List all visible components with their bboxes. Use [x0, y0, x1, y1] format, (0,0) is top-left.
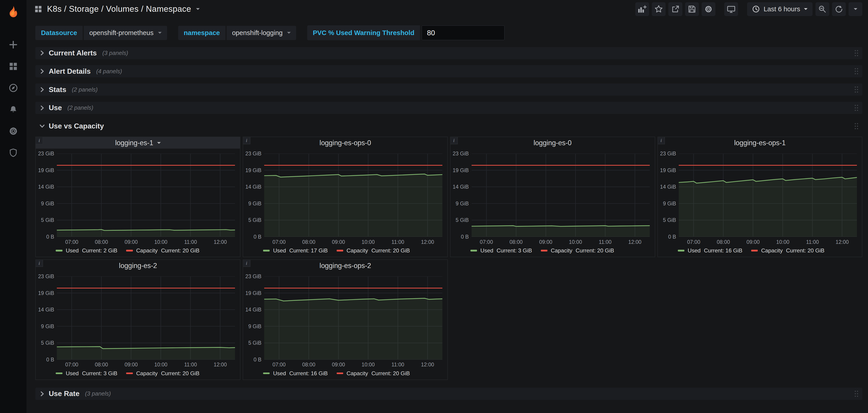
save-button[interactable]: [685, 2, 699, 16]
legend-item[interactable]: UsedCurrent: 16 GiB: [678, 247, 742, 254]
panel-title-menu[interactable]: logging-es-1: [36, 137, 240, 148]
legend-item[interactable]: CapacityCurrent: 20 GiB: [126, 247, 199, 254]
y-axis-label: 5 GiB: [248, 217, 261, 223]
x-axis-label: 12:00: [214, 362, 227, 368]
row-drag-handle[interactable]: [854, 49, 859, 57]
x-axis-label: 07:00: [480, 239, 493, 245]
namespace-variable[interactable]: namespace openshift-logging: [178, 26, 296, 40]
row-chevron-icon: [39, 391, 45, 397]
panel-title: logging-es-ops-0: [319, 139, 371, 147]
row-drag-handle[interactable]: [854, 390, 859, 398]
x-axis-label: 08:00: [95, 239, 108, 245]
dashboard-row-header[interactable]: Use Rate (3 panels): [35, 388, 862, 400]
panel-grid: i logging-es-1 23 GiB19 GiB14 GiB9 GiB5 …: [35, 137, 862, 380]
chart-plot-area[interactable]: [57, 276, 235, 359]
panel-body: 23 GiB19 GiB14 GiB9 GiB5 GiB0 B 07:0008:…: [36, 148, 240, 257]
x-axis-label: 11:00: [392, 239, 404, 245]
legend-series-name: Capacity: [347, 247, 368, 254]
panel-title: logging-es-2: [119, 262, 157, 270]
threshold-input[interactable]: [422, 25, 505, 40]
refresh-interval-dropdown[interactable]: [848, 2, 862, 16]
datasource-variable[interactable]: Datasource openshift-prometheus: [35, 26, 167, 40]
panel-info-icon[interactable]: i: [658, 137, 665, 144]
y-axis-label: 5 GiB: [41, 340, 54, 346]
panel-info-icon[interactable]: i: [36, 137, 43, 144]
panel-title-menu[interactable]: logging-es-ops-0: [243, 137, 447, 148]
chart-plot-area[interactable]: [679, 153, 857, 237]
share-button[interactable]: [668, 2, 682, 16]
x-axis-label: 11:00: [806, 239, 819, 245]
row-drag-handle[interactable]: [854, 68, 859, 75]
row-drag-handle[interactable]: [854, 123, 859, 130]
panel-info-icon[interactable]: i: [243, 260, 250, 267]
y-axis-label: 14 GiB: [38, 184, 54, 190]
clock-icon: [752, 5, 760, 13]
panel-info-icon[interactable]: i: [243, 137, 250, 144]
dashboard-settings-button[interactable]: [702, 2, 715, 16]
dashboard-row-header[interactable]: Use vs Capacity: [35, 120, 862, 132]
admin-shield-icon[interactable]: [8, 148, 19, 158]
y-axis-label: 14 GiB: [38, 307, 54, 313]
row-title[interactable]: Stats: [49, 85, 66, 94]
dashboard-row-header[interactable]: Use (2 panels): [35, 102, 862, 114]
legend-item[interactable]: UsedCurrent: 16 GiB: [263, 370, 328, 377]
panel-info-icon[interactable]: i: [451, 137, 458, 144]
panel-body: 23 GiB19 GiB14 GiB9 GiB5 GiB0 B 07:0008:…: [451, 148, 655, 257]
zoom-out-button[interactable]: [815, 2, 829, 16]
panel-info-icon[interactable]: i: [36, 260, 43, 267]
row-title[interactable]: Alert Details: [49, 67, 91, 75]
chart-plot-area[interactable]: [264, 276, 442, 359]
add-panel-button[interactable]: [635, 2, 649, 16]
dashboards-icon[interactable]: [8, 61, 19, 71]
y-axis-label: 14 GiB: [245, 307, 261, 313]
timeseries-chart: [57, 276, 235, 359]
row-title[interactable]: Use Rate: [49, 389, 80, 398]
threshold-variable[interactable]: PVC % Used Warning Threshold: [307, 25, 505, 40]
row-title[interactable]: Current Alerts: [49, 49, 97, 57]
legend-item[interactable]: UsedCurrent: 3 GiB: [56, 370, 117, 377]
legend-item[interactable]: CapacityCurrent: 20 GiB: [337, 370, 410, 377]
namespace-value-dropdown[interactable]: openshift-logging: [227, 26, 296, 40]
legend-item[interactable]: CapacityCurrent: 20 GiB: [541, 247, 614, 254]
chart-panel: i logging-es-ops-1 23 GiB19 GiB14 GiB9 G…: [657, 137, 863, 257]
x-axis: 07:0008:0009:0010:0011:0012:00: [57, 237, 235, 246]
x-axis: 07:0008:0009:0010:0011:0012:00: [57, 359, 235, 369]
row-title[interactable]: Use: [49, 104, 62, 112]
chart-plot-area[interactable]: [57, 153, 235, 237]
panel-title-menu[interactable]: logging-es-0: [451, 137, 655, 148]
legend-item[interactable]: UsedCurrent: 3 GiB: [470, 247, 532, 254]
refresh-button[interactable]: [832, 2, 846, 16]
time-range-picker[interactable]: Last 6 hours: [747, 2, 813, 16]
legend-item[interactable]: UsedCurrent: 2 GiB: [56, 247, 117, 254]
chart-plot-area[interactable]: [472, 153, 650, 237]
panel-title-menu[interactable]: logging-es-ops-2: [243, 260, 447, 271]
settings-gear-icon: [704, 5, 713, 13]
legend-item[interactable]: CapacityCurrent: 20 GiB: [751, 247, 825, 254]
cycle-view-button[interactable]: [724, 2, 738, 16]
explore-compass-icon[interactable]: [8, 83, 19, 93]
dashboard-title-dropdown[interactable]: K8s / Storage / Volumes / Namespace: [34, 4, 200, 14]
y-axis-label: 0 B: [254, 356, 261, 363]
star-button[interactable]: [652, 2, 665, 16]
dashboard-row-header[interactable]: Current Alerts (3 panels): [35, 47, 862, 59]
dashboard-row-header[interactable]: Alert Details (4 panels): [35, 65, 862, 77]
alerting-bell-icon[interactable]: [8, 104, 19, 114]
chart-plot-area[interactable]: [264, 153, 442, 237]
legend-item[interactable]: CapacityCurrent: 20 GiB: [337, 247, 410, 254]
grafana-logo[interactable]: [0, 0, 27, 25]
panel-title-menu[interactable]: logging-es-2: [36, 260, 240, 271]
row-title[interactable]: Use vs Capacity: [49, 122, 104, 130]
legend-swatch: [337, 250, 343, 251]
legend-current-value: Current: 20 GiB: [576, 247, 614, 254]
row-drag-handle[interactable]: [854, 86, 859, 93]
legend-item[interactable]: CapacityCurrent: 20 GiB: [126, 370, 199, 377]
create-add-icon[interactable]: [8, 40, 19, 50]
panel-title-menu[interactable]: logging-es-ops-1: [658, 137, 862, 148]
legend-item[interactable]: UsedCurrent: 17 GiB: [263, 247, 328, 254]
configuration-gear-icon[interactable]: [8, 126, 19, 136]
row-drag-handle[interactable]: [854, 104, 859, 111]
x-axis-label: 09:00: [332, 362, 345, 368]
datasource-value-dropdown[interactable]: openshift-prometheus: [84, 26, 167, 40]
dashboard-row-header[interactable]: Stats (2 panels): [35, 83, 862, 96]
dashboard-rows: Current Alerts (3 panels) Alert Details …: [27, 47, 868, 413]
